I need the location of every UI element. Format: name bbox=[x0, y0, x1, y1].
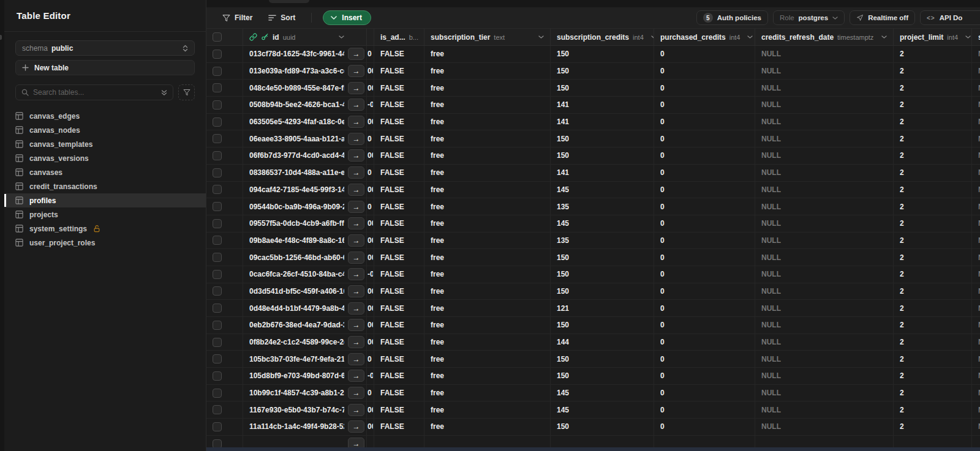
row-select-cell[interactable] bbox=[206, 46, 243, 62]
is-admin-cell[interactable]: FALSE bbox=[374, 80, 424, 96]
clipped-cell[interactable]: 0 bbox=[367, 385, 374, 401]
subscription-credits-cell[interactable]: 150 bbox=[551, 283, 654, 300]
expand-row-button[interactable]: → bbox=[348, 234, 364, 247]
project-limit-cell[interactable]: 2 bbox=[894, 182, 972, 198]
subscription-tier-cell[interactable]: free bbox=[424, 283, 551, 300]
row-checkbox[interactable] bbox=[213, 50, 222, 59]
row-select-cell[interactable] bbox=[206, 114, 243, 130]
is-admin-cell[interactable]: FALSE bbox=[374, 368, 424, 384]
chevron-down-icon[interactable] bbox=[965, 35, 971, 39]
is-admin-cell[interactable]: FALSE bbox=[374, 165, 424, 181]
project-limit-cell[interactable]: 2 bbox=[894, 385, 972, 401]
credits-refresh-date-cell[interactable]: NULL bbox=[755, 147, 894, 164]
subscription-credits-cell[interactable]: 150 bbox=[551, 266, 654, 283]
purchased-credits-cell[interactable]: 0 bbox=[654, 317, 755, 334]
row-checkbox[interactable] bbox=[213, 371, 222, 381]
expand-row-button[interactable]: → bbox=[348, 252, 364, 264]
id-cell[interactable]: 09557f5a-0dcb-4cb9-a6fb-fff366... → bbox=[243, 215, 367, 232]
clipped-right-cell[interactable]: NULL bbox=[972, 147, 980, 164]
api-docs-button[interactable]: <> API Do bbox=[920, 10, 980, 25]
purchased-credits-cell[interactable]: 0 bbox=[654, 165, 755, 181]
project-limit-cell[interactable]: 2 bbox=[894, 283, 972, 300]
row-checkbox[interactable] bbox=[213, 389, 222, 398]
clipped-cell[interactable]: 00 bbox=[367, 233, 374, 249]
row-select-cell[interactable] bbox=[206, 147, 243, 164]
subscription-tier-cell[interactable]: free bbox=[424, 266, 551, 283]
project-limit-cell[interactable]: 2 bbox=[894, 114, 972, 130]
purchased-credits-cell[interactable]: 0 bbox=[654, 147, 755, 164]
expand-row-button[interactable]: → bbox=[348, 99, 364, 111]
clipped-right-cell[interactable]: NULL bbox=[972, 130, 980, 147]
subscription-tier-cell[interactable]: free bbox=[424, 401, 551, 418]
sidebar-item-canvas_templates[interactable]: canvas_templates bbox=[4, 137, 206, 151]
id-cell[interactable]: 013cf78d-1625-43fc-9961-442189... → bbox=[243, 46, 367, 62]
purchased-credits-cell[interactable]: 0 bbox=[654, 80, 755, 96]
subscription-tier-cell[interactable]: free bbox=[424, 80, 551, 96]
select-all-checkbox[interactable] bbox=[213, 32, 222, 42]
clipped-right-cell[interactable]: NULL bbox=[972, 300, 980, 316]
subscription-tier-cell[interactable]: free bbox=[424, 165, 551, 181]
id-cell[interactable]: 09544b0c-ba9b-496a-9b09-244... → bbox=[243, 198, 367, 215]
id-cell[interactable]: 0508b94b-5ee2-4626-bca1-4bca... → bbox=[243, 97, 367, 113]
subscription-credits-cell[interactable]: 141 bbox=[551, 114, 654, 130]
is-admin-cell[interactable]: FALSE bbox=[374, 63, 424, 80]
column-header-clipped-right[interactable]: su bbox=[972, 29, 980, 45]
clipped-cell[interactable]: 00 bbox=[367, 317, 374, 334]
sidebar-item-projects[interactable]: projects bbox=[4, 207, 206, 222]
column-header-clipped[interactable] bbox=[367, 29, 374, 45]
row-select-cell[interactable] bbox=[206, 283, 243, 300]
subscription-tier-cell[interactable]: free bbox=[424, 351, 551, 367]
sidebar-item-canvas_edges[interactable]: canvas_edges bbox=[4, 109, 206, 123]
subscription-tier-cell[interactable]: free bbox=[424, 63, 551, 80]
clipped-cell[interactable]: 0 bbox=[367, 130, 374, 147]
project-limit-cell[interactable]: 2 bbox=[894, 317, 972, 334]
clipped-right-cell[interactable]: NULL bbox=[972, 198, 980, 215]
is-admin-cell[interactable]: FALSE bbox=[374, 130, 424, 147]
purchased-credits-cell[interactable]: 0 bbox=[654, 215, 755, 232]
id-cell[interactable]: 0d48e4d4-b1bf-4479-9a8b-4a4b... → bbox=[243, 300, 367, 316]
credits-refresh-date-cell[interactable]: NULL bbox=[755, 249, 894, 266]
id-cell[interactable]: 09cac5bb-1256-46bd-ab60-64ed... → bbox=[243, 249, 367, 266]
expand-row-button[interactable]: → bbox=[348, 201, 364, 213]
row-select-cell[interactable] bbox=[206, 368, 243, 384]
row-checkbox[interactable] bbox=[213, 168, 222, 177]
expand-row-button[interactable]: → bbox=[348, 387, 364, 399]
project-limit-cell[interactable]: 2 bbox=[894, 249, 972, 266]
credits-refresh-date-cell[interactable]: NULL bbox=[755, 300, 894, 316]
row-checkbox[interactable] bbox=[213, 321, 222, 330]
filter-tables-button[interactable] bbox=[178, 84, 195, 100]
credits-refresh-date-cell[interactable]: NULL bbox=[755, 385, 894, 401]
row-checkbox[interactable] bbox=[213, 422, 222, 431]
expand-row-button[interactable]: → bbox=[348, 149, 364, 162]
subscription-credits-cell[interactable]: 150 bbox=[551, 419, 654, 435]
subscription-credits-cell[interactable]: 145 bbox=[551, 182, 654, 198]
subscription-credits-cell[interactable]: 135 bbox=[551, 198, 654, 215]
purchased-credits-cell[interactable]: 0 bbox=[654, 300, 755, 316]
clipped-cell[interactable]: 00 bbox=[367, 80, 374, 96]
row-checkbox[interactable] bbox=[213, 354, 222, 363]
clipped-cell[interactable]: 00 bbox=[367, 147, 374, 164]
row-checkbox[interactable] bbox=[213, 83, 222, 92]
row-select-cell[interactable] bbox=[206, 385, 243, 401]
clipped-cell[interactable]: 00 bbox=[367, 114, 374, 130]
project-limit-cell[interactable]: 2 bbox=[894, 97, 972, 113]
project-limit-cell[interactable]: 2 bbox=[894, 147, 972, 164]
expand-row-button[interactable]: → bbox=[348, 404, 364, 416]
expand-row-button[interactable]: → bbox=[348, 353, 364, 365]
id-cell[interactable]: 11a114cb-1a4c-49f4-9b28-52219ec... → bbox=[243, 419, 367, 435]
clipped-cell[interactable]: 00 bbox=[367, 283, 374, 300]
purchased-credits-cell[interactable]: 0 bbox=[654, 249, 755, 266]
clipped-cell[interactable]: 00 bbox=[367, 215, 374, 232]
subscription-tier-cell[interactable]: free bbox=[424, 334, 551, 351]
subscription-tier-cell[interactable]: free bbox=[424, 97, 551, 113]
credits-refresh-date-cell[interactable]: NULL bbox=[755, 215, 894, 232]
subscription-credits-cell[interactable]: 144 bbox=[551, 334, 654, 351]
schema-select[interactable]: schema public bbox=[15, 40, 195, 56]
id-cell[interactable]: 0f8b24e2-c1c2-4589-99ce-2c52d... → bbox=[243, 334, 367, 351]
expand-row-button[interactable]: → bbox=[348, 302, 364, 315]
row-select-cell[interactable] bbox=[206, 334, 243, 351]
new-table-button[interactable]: New table bbox=[15, 60, 195, 75]
credits-refresh-date-cell[interactable]: NULL bbox=[755, 351, 894, 367]
project-limit-cell[interactable]: 2 bbox=[894, 198, 972, 215]
expand-row-button[interactable]: → bbox=[348, 420, 364, 433]
